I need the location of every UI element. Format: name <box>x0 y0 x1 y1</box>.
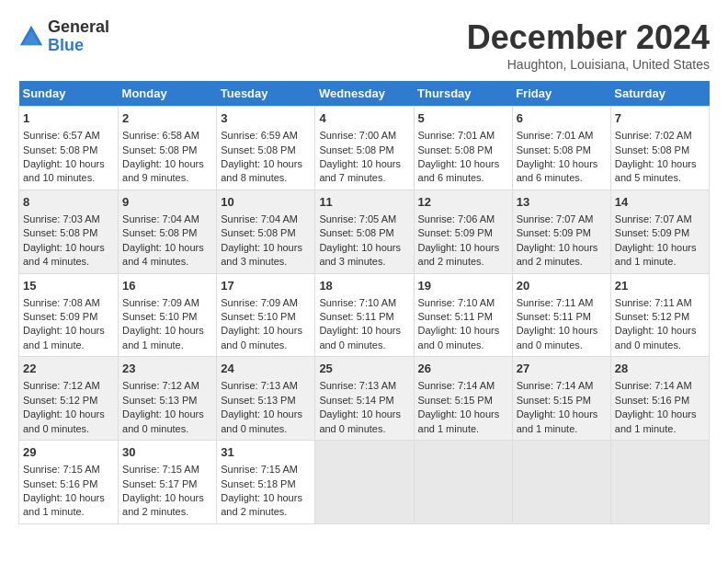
day-number: 6 <box>517 110 607 127</box>
header-saturday: Saturday <box>610 81 709 107</box>
empty-cell <box>414 441 512 524</box>
sunrise: Sunrise: 7:14 AM <box>418 380 495 391</box>
sunset: Sunset: 5:13 PM <box>122 395 197 406</box>
sunset: Sunset: 5:08 PM <box>23 144 97 155</box>
empty-cell <box>610 441 709 524</box>
sunrise: Sunrise: 7:07 AM <box>615 213 692 224</box>
daylight: Daylight: 10 hours and 0 minutes. <box>319 408 401 433</box>
daylight: Daylight: 10 hours and 1 minute. <box>23 492 105 517</box>
daylight: Daylight: 10 hours and 0 minutes. <box>221 408 302 433</box>
daylight: Daylight: 10 hours and 9 minutes. <box>122 158 204 183</box>
sunset: Sunset: 5:09 PM <box>615 227 689 238</box>
day-number: 30 <box>122 444 212 461</box>
day-number: 14 <box>615 194 705 211</box>
day-number: 18 <box>319 278 409 294</box>
daylight: Daylight: 10 hours and 0 minutes. <box>418 325 500 350</box>
sunrise: Sunrise: 6:59 AM <box>221 130 298 141</box>
sunset: Sunset: 5:09 PM <box>23 311 97 322</box>
logo-blue: Blue <box>48 37 109 55</box>
sunrise: Sunrise: 7:01 AM <box>517 130 594 141</box>
sunrise: Sunrise: 7:04 AM <box>221 213 298 224</box>
daylight: Daylight: 10 hours and 0 minutes. <box>517 325 598 350</box>
day-number: 24 <box>221 361 311 377</box>
daylight: Daylight: 10 hours and 3 minutes. <box>319 242 401 267</box>
sunset: Sunset: 5:18 PM <box>221 478 295 489</box>
table-row: 13Sunrise: 7:07 AMSunset: 5:09 PMDayligh… <box>512 190 610 273</box>
sunrise: Sunrise: 7:13 AM <box>319 380 396 391</box>
table-row: 18Sunrise: 7:10 AMSunset: 5:11 PMDayligh… <box>315 273 414 357</box>
table-row: 15Sunrise: 7:08 AMSunset: 5:09 PMDayligh… <box>19 273 119 357</box>
sunset: Sunset: 5:16 PM <box>615 395 689 406</box>
table-row: 3Sunrise: 6:59 AMSunset: 5:08 PMDaylight… <box>217 107 315 190</box>
daylight: Daylight: 10 hours and 4 minutes. <box>23 242 105 267</box>
title-block: December 2024 Haughton, Louisiana, Unite… <box>467 18 710 72</box>
day-number: 12 <box>418 194 508 211</box>
daylight: Daylight: 10 hours and 8 minutes. <box>221 158 302 183</box>
day-number: 5 <box>418 110 508 127</box>
sunset: Sunset: 5:10 PM <box>221 311 295 322</box>
table-row: 17Sunrise: 7:09 AMSunset: 5:10 PMDayligh… <box>217 273 315 357</box>
day-number: 7 <box>615 110 705 127</box>
sunrise: Sunrise: 7:11 AM <box>615 297 692 308</box>
day-number: 25 <box>319 361 409 377</box>
empty-cell <box>512 441 610 524</box>
day-number: 13 <box>517 194 607 211</box>
table-row: 10Sunrise: 7:04 AMSunset: 5:08 PMDayligh… <box>217 190 315 273</box>
sunrise: Sunrise: 7:10 AM <box>418 297 495 308</box>
sunset: Sunset: 5:08 PM <box>23 227 97 238</box>
daylight: Daylight: 10 hours and 6 minutes. <box>418 158 500 183</box>
table-row: 22Sunrise: 7:12 AMSunset: 5:12 PMDayligh… <box>19 357 119 441</box>
table-row: 25Sunrise: 7:13 AMSunset: 5:14 PMDayligh… <box>315 357 414 441</box>
table-row: 31Sunrise: 7:15 AMSunset: 5:18 PMDayligh… <box>217 441 315 524</box>
daylight: Daylight: 10 hours and 1 minute. <box>122 325 204 350</box>
table-row: 2Sunrise: 6:58 AMSunset: 5:08 PMDaylight… <box>119 107 217 190</box>
sunset: Sunset: 5:08 PM <box>221 227 295 238</box>
day-number: 21 <box>615 278 705 294</box>
sunrise: Sunrise: 7:04 AM <box>122 213 199 224</box>
calendar-row: 15Sunrise: 7:08 AMSunset: 5:09 PMDayligh… <box>19 273 710 357</box>
daylight: Daylight: 10 hours and 0 minutes. <box>319 325 401 350</box>
calendar-row: 29Sunrise: 7:15 AMSunset: 5:16 PMDayligh… <box>19 441 710 524</box>
sunset: Sunset: 5:15 PM <box>517 395 591 406</box>
daylight: Daylight: 10 hours and 1 minute. <box>517 408 598 433</box>
sunset: Sunset: 5:12 PM <box>615 311 689 322</box>
sunset: Sunset: 5:09 PM <box>517 227 591 238</box>
sunset: Sunset: 5:08 PM <box>221 144 295 155</box>
day-number: 16 <box>122 278 212 294</box>
table-row: 1Sunrise: 6:57 AMSunset: 5:08 PMDaylight… <box>19 107 119 190</box>
day-number: 11 <box>319 194 409 211</box>
table-row: 16Sunrise: 7:09 AMSunset: 5:10 PMDayligh… <box>119 273 217 357</box>
daylight: Daylight: 10 hours and 0 minutes. <box>23 408 105 433</box>
sunset: Sunset: 5:11 PM <box>418 311 493 322</box>
table-row: 26Sunrise: 7:14 AMSunset: 5:15 PMDayligh… <box>414 357 512 441</box>
sunset: Sunset: 5:08 PM <box>122 144 197 155</box>
daylight: Daylight: 10 hours and 1 minute. <box>23 325 105 350</box>
header-tuesday: Tuesday <box>217 81 315 107</box>
table-row: 30Sunrise: 7:15 AMSunset: 5:17 PMDayligh… <box>119 441 217 524</box>
sunrise: Sunrise: 6:57 AM <box>23 130 100 141</box>
day-number: 10 <box>221 194 311 211</box>
daylight: Daylight: 10 hours and 3 minutes. <box>221 242 302 267</box>
header-wednesday: Wednesday <box>315 81 414 107</box>
daylight: Daylight: 10 hours and 1 minute. <box>418 408 500 433</box>
sunrise: Sunrise: 7:14 AM <box>517 380 594 391</box>
table-row: 20Sunrise: 7:11 AMSunset: 5:11 PMDayligh… <box>512 273 610 357</box>
day-number: 4 <box>319 110 409 127</box>
day-number: 27 <box>517 361 607 377</box>
day-number: 15 <box>23 278 114 294</box>
sunrise: Sunrise: 7:00 AM <box>319 130 396 141</box>
sunset: Sunset: 5:08 PM <box>418 144 493 155</box>
sunrise: Sunrise: 7:02 AM <box>615 130 692 141</box>
table-row: 14Sunrise: 7:07 AMSunset: 5:09 PMDayligh… <box>610 190 709 273</box>
header-thursday: Thursday <box>414 81 512 107</box>
location: Haughton, Louisiana, United States <box>467 57 710 72</box>
sunrise: Sunrise: 7:01 AM <box>418 130 495 141</box>
table-row: 8Sunrise: 7:03 AMSunset: 5:08 PMDaylight… <box>19 190 119 273</box>
daylight: Daylight: 10 hours and 4 minutes. <box>122 242 204 267</box>
sunrise: Sunrise: 7:06 AM <box>418 213 495 224</box>
day-number: 17 <box>221 278 311 294</box>
daylight: Daylight: 10 hours and 0 minutes. <box>615 325 697 350</box>
sunrise: Sunrise: 7:05 AM <box>319 213 396 224</box>
day-number: 23 <box>122 361 212 377</box>
table-row: 7Sunrise: 7:02 AMSunset: 5:08 PMDaylight… <box>610 107 709 190</box>
